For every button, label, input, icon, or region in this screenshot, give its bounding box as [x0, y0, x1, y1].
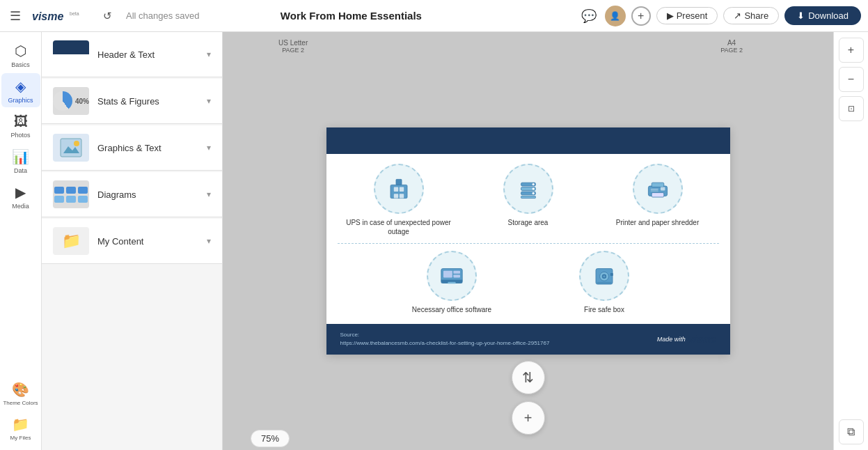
panel-thumb-graphics-text	[53, 134, 89, 162]
zoom-in-icon: +	[848, 44, 854, 56]
sidebar-item-photos[interactable]: 🖼 Photos	[1, 109, 40, 142]
document-title: Work From Home Essentials	[281, 10, 422, 22]
my-files-label: My Files	[10, 435, 31, 441]
printer-label: Printer and paper shredder	[616, 218, 700, 227]
panel-thumb-header-text	[53, 40, 89, 68]
media-label: Media	[12, 203, 29, 210]
download-label: Download	[808, 10, 849, 21]
panel-thumb-stats-figures: 40%	[53, 87, 89, 115]
comment-button[interactable]: 💬	[578, 6, 599, 26]
fit-screen-icon: ⊡	[848, 104, 855, 114]
main-area: ⬡ Basics ◈ Graphics 🖼 Photos 📊 Data ▶ Me…	[0, 32, 868, 450]
play-icon: ▶	[667, 10, 674, 21]
panel-item-header-text[interactable]: Header & Text ▾	[42, 32, 222, 77]
storage-icon-circle	[503, 164, 553, 214]
theme-colors-icon: 🎨	[12, 381, 29, 398]
sidebar-item-media[interactable]: ▶ Media	[1, 179, 40, 213]
svg-rect-29	[453, 274, 460, 277]
sidebar-item-basics[interactable]: ⬡ Basics	[1, 38, 40, 72]
svg-point-34	[603, 275, 605, 277]
source-url: https://www.thebalancesmb.com/a-checklis…	[340, 340, 550, 346]
chevron-down-icon-2: ▾	[207, 96, 211, 106]
panel-label-graphics-text: Graphics & Text	[97, 143, 198, 153]
page-label-us-letter: US Letter PAGE 2	[278, 39, 308, 54]
undo-button[interactable]: ↺	[100, 7, 115, 25]
made-with-label: Made with	[657, 336, 686, 343]
present-button[interactable]: ▶ Present	[656, 7, 718, 24]
topnav: ☰ visme beta ↺ All changes saved Work Fr…	[0, 0, 868, 32]
page-format-1: US Letter	[278, 39, 308, 47]
svg-rect-26	[448, 282, 455, 284]
svg-text:visme: visme	[32, 10, 63, 22]
safe-icon-circle	[579, 251, 629, 301]
chevron-down-icon-5: ▾	[207, 236, 211, 246]
made-with: Made with visme	[657, 334, 716, 345]
source-prefix: Source:	[340, 332, 360, 338]
svg-rect-23	[650, 190, 658, 191]
panel-item-graphics-text[interactable]: Graphics & Text ▾	[42, 125, 222, 171]
pie-chart-thumb	[53, 91, 72, 111]
svg-rect-19	[652, 183, 664, 187]
slide-canvas: UPS in case of unexpected power outage	[326, 127, 730, 355]
chevron-down-icon-4: ▾	[207, 189, 211, 199]
zoom-level-display[interactable]: 75%	[251, 430, 290, 447]
ups-label: UPS in case of unexpected power outage	[338, 218, 460, 236]
svg-point-17	[532, 192, 534, 194]
photos-icon: 🖼	[14, 114, 28, 130]
software-icon-circle	[427, 251, 477, 301]
svg-rect-5	[390, 185, 407, 198]
data-label: Data	[14, 167, 27, 174]
panel-sidebar: Header & Text ▾ 40% Stats & Figures ▾	[42, 32, 223, 450]
share-label: Share	[744, 10, 768, 21]
svg-point-15	[532, 183, 534, 185]
svg-rect-28	[453, 271, 460, 274]
svg-rect-14	[521, 196, 535, 198]
page-format-2: A4	[720, 39, 743, 47]
graphics-icon: ◈	[15, 78, 26, 95]
download-icon: ⬇	[797, 10, 805, 21]
cell-software: Necessary office software	[379, 251, 525, 314]
svg-text:beta: beta	[70, 11, 79, 16]
svg-rect-27	[443, 271, 452, 278]
scroll-handle-button[interactable]: ⇅	[512, 361, 545, 394]
panel-thumb-diagrams	[53, 180, 89, 208]
fit-screen-button[interactable]: ⊡	[839, 96, 864, 121]
cell-storage: Storage area	[467, 164, 590, 236]
canvas-area: US Letter PAGE 2 A4 PAGE 2	[223, 32, 833, 450]
sidebar-item-my-files[interactable]: 📁 My Files	[1, 411, 40, 444]
panel-item-diagrams[interactable]: Diagrams ▾	[42, 172, 222, 217]
panel-label-my-content: My Content	[97, 236, 198, 247]
sidebar-item-theme-colors[interactable]: 🎨 Theme Colors	[1, 376, 40, 410]
ups-icon-circle	[374, 164, 424, 214]
avatar: 👤	[605, 6, 626, 26]
sidebar-item-graphics[interactable]: ◈ Graphics	[1, 73, 40, 107]
theme-colors-label: Theme Colors	[3, 400, 38, 406]
add-collaborator-button[interactable]: +	[631, 6, 651, 26]
panel-thumb-my-content: 📁	[53, 227, 89, 255]
svg-rect-31	[610, 273, 613, 276]
basics-label: Basics	[11, 61, 30, 68]
landscape-icon	[60, 138, 82, 157]
safe-label: Fire safe box	[584, 305, 624, 314]
cell-safe: Fire safe box	[532, 251, 677, 314]
slide-top-band	[326, 127, 730, 154]
visme-logo-svg: visme beta	[32, 7, 95, 25]
hamburger-button[interactable]: ☰	[7, 6, 24, 26]
sidebar-item-data[interactable]: 📊 Data	[1, 143, 40, 178]
panel-label-diagrams: Diagrams	[97, 189, 198, 200]
copy-button[interactable]: ⧉	[839, 419, 864, 444]
software-label: Necessary office software	[412, 305, 491, 314]
logo: visme beta	[32, 7, 95, 25]
share-button[interactable]: ↗ Share	[723, 7, 779, 24]
download-button[interactable]: ⬇ Download	[784, 6, 861, 25]
zoom-in-button[interactable]: +	[839, 38, 864, 63]
svg-point-4	[74, 141, 79, 146]
graphics-label: Graphics	[8, 97, 33, 104]
svg-point-16	[532, 187, 534, 189]
svg-rect-10	[396, 179, 402, 185]
zoom-out-button[interactable]: −	[839, 67, 864, 92]
panel-item-my-content[interactable]: 📁 My Content ▾	[42, 219, 222, 264]
add-element-button[interactable]: +	[512, 401, 545, 435]
panel-item-stats-figures[interactable]: 40% Stats & Figures ▾	[42, 79, 222, 124]
source-text: Source: https://www.thebalancesmb.com/a-…	[340, 331, 550, 348]
